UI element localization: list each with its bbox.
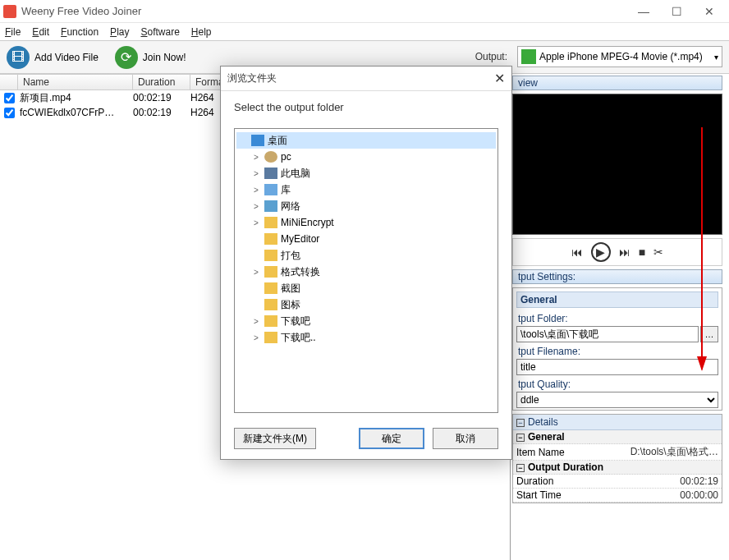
tree-item[interactable]: MyEditor <box>236 231 496 247</box>
collapse-icon[interactable]: − <box>516 419 525 427</box>
folder-tree[interactable]: 桌面> pc> 此电脑> 库> 网络> MiNiEncrypt MyEditor… <box>234 128 498 413</box>
row-checkbox[interactable] <box>4 108 15 118</box>
tree-item[interactable]: > 库 <box>236 181 496 198</box>
output-filename-label: tput Filename: <box>516 342 718 359</box>
folder-icon <box>264 233 277 245</box>
playback-controls: ⏮ ▶ ⏭ ■ ✂ <box>512 238 722 266</box>
cut-button[interactable]: ✂ <box>653 246 663 259</box>
output-folder-field[interactable] <box>516 326 699 342</box>
details-duration-group: −Output Duration <box>513 461 722 475</box>
tree-item-label: 图标 <box>281 298 300 312</box>
tree-item[interactable]: > 下载吧 <box>236 313 496 329</box>
tree-item-label: MiNiEncrypt <box>281 217 334 228</box>
group-general: General <box>516 291 718 308</box>
title-bar: Weeny Free Video Joiner — ☐ ✕ <box>0 0 729 23</box>
folder-icon <box>264 282 277 294</box>
row-name: 新项目.mp4 <box>18 91 133 105</box>
tree-item-label: 截图 <box>281 282 300 296</box>
output-filename-field[interactable] <box>516 359 718 375</box>
next-button[interactable]: ⏭ <box>619 246 630 259</box>
details-header: −Details <box>513 415 722 430</box>
expand-icon[interactable]: > <box>251 153 261 162</box>
format-icon <box>521 49 536 64</box>
output-format-dropdown[interactable]: Apple iPhone MPEG-4 Movie (*.mp4) ▾ <box>517 46 722 67</box>
details-general-group: −General <box>513 430 722 444</box>
tree-item-label: 库 <box>281 183 291 197</box>
expand-icon[interactable]: > <box>251 169 261 178</box>
cancel-button[interactable]: 取消 <box>433 428 498 449</box>
dialog-close-button[interactable]: ✕ <box>494 71 505 86</box>
output-folder-label: tput Folder: <box>516 310 718 326</box>
tree-item[interactable]: > pc <box>236 149 496 165</box>
desktop-icon <box>251 135 264 146</box>
add-video-label: Add Video File <box>34 52 99 63</box>
lib-icon <box>264 184 277 195</box>
menu-software[interactable]: Software <box>140 26 179 38</box>
duration-label: Duration <box>513 475 589 489</box>
tree-item[interactable]: > 下载吧.. <box>236 329 496 346</box>
prev-button[interactable]: ⏮ <box>571 246 583 259</box>
output-label: Output: <box>475 51 507 62</box>
expand-icon[interactable]: > <box>251 333 261 342</box>
new-folder-button[interactable]: 新建文件夹(M) <box>234 428 316 449</box>
app-title: Weeny Free Video Joiner <box>21 5 627 17</box>
tree-item[interactable]: > 此电脑 <box>236 165 496 181</box>
tree-item-label: 格式转换 <box>281 265 320 279</box>
chevron-down-icon: ▾ <box>714 53 718 62</box>
tree-item-label: 打包 <box>281 249 300 263</box>
expand-icon[interactable]: > <box>251 268 261 277</box>
tree-item-label: 桌面 <box>268 134 287 148</box>
menu-file[interactable]: File <box>5 26 21 38</box>
output-settings: General tput Folder: … tput Filename: tp… <box>512 287 722 411</box>
expand-icon[interactable]: > <box>251 186 261 195</box>
add-video-button[interactable]: 🎞 Add Video File <box>7 46 99 69</box>
folder-icon <box>264 250 277 261</box>
pc-icon <box>264 168 277 179</box>
right-pane: view ⏮ ▶ ⏭ ■ ✂ tput Settings: General tp… <box>511 74 724 560</box>
folder-icon <box>264 315 277 327</box>
join-now-label: Join Now! <box>143 52 186 63</box>
menu-edit[interactable]: Edit <box>32 26 49 38</box>
expand-icon[interactable]: > <box>251 218 261 227</box>
output-settings-header: tput Settings: <box>512 269 722 284</box>
join-now-button[interactable]: ⟳ Join Now! <box>115 46 186 69</box>
col-check[interactable] <box>0 75 18 90</box>
maximize-button[interactable]: ☐ <box>660 0 693 23</box>
folder-icon <box>264 217 277 228</box>
close-button[interactable]: ✕ <box>693 0 726 23</box>
film-icon: 🎞 <box>7 46 30 69</box>
tree-item[interactable]: 图标 <box>236 296 496 313</box>
preview-header: view <box>512 76 722 90</box>
menu-function[interactable]: Function <box>61 26 99 38</box>
play-button[interactable]: ▶ <box>591 242 611 262</box>
browse-folder-dialog: 浏览文件夹 ✕ Select the output folder 桌面> pc>… <box>220 66 512 460</box>
col-duration[interactable]: Duration <box>133 75 190 90</box>
browse-folder-button[interactable]: … <box>700 326 718 342</box>
tree-item[interactable]: 桌面 <box>236 132 496 149</box>
menu-play[interactable]: Play <box>110 26 129 38</box>
expand-icon[interactable]: > <box>251 317 261 326</box>
duration-value: 00:02:19 <box>589 475 722 489</box>
preview-area[interactable] <box>512 94 722 235</box>
ok-button[interactable]: 确定 <box>359 428 424 449</box>
tree-item[interactable]: 截图 <box>236 280 496 296</box>
stop-button[interactable]: ■ <box>639 246 645 259</box>
tree-item-label: 下载吧.. <box>281 331 316 345</box>
col-name[interactable]: Name <box>18 75 133 90</box>
tree-item[interactable]: > 网络 <box>236 198 496 214</box>
menu-help[interactable]: Help <box>191 26 212 38</box>
tree-item[interactable]: > 格式转换 <box>236 264 496 280</box>
output-quality-label: tput Quality: <box>516 375 718 392</box>
expand-icon[interactable]: > <box>251 202 261 211</box>
tree-item-label: MyEditor <box>281 233 319 245</box>
output-quality-select[interactable]: ddle <box>516 392 718 408</box>
output-format-text: Apple iPhone MPEG-4 Movie (*.mp4) <box>539 51 703 62</box>
row-checkbox[interactable] <box>4 93 15 103</box>
minimize-button[interactable]: — <box>627 0 660 23</box>
dialog-subtitle: Select the output folder <box>221 91 511 123</box>
tree-item[interactable]: > MiNiEncrypt <box>236 214 496 231</box>
folder-icon <box>264 332 277 343</box>
tree-item[interactable]: 打包 <box>236 247 496 264</box>
app-icon <box>3 5 16 18</box>
folder-icon <box>264 299 277 310</box>
